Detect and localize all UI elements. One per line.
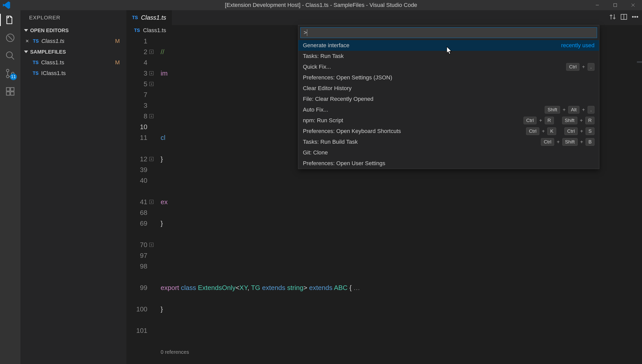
scm-badge: 11 (10, 74, 17, 80)
breadcrumb-file: Class1.ts (143, 27, 166, 34)
folder-label: SAMPLEFILES (30, 49, 66, 55)
open-editors-header[interactable]: OPEN EDITORS (20, 25, 126, 36)
ts-icon: TS (33, 71, 39, 76)
command-label: Tasks: Run Task (303, 53, 595, 59)
activity-debug[interactable] (4, 32, 16, 44)
fold-icon[interactable]: + (149, 114, 153, 118)
command-label: Tasks: Run Build Task (303, 139, 537, 145)
open-editor-name: Class1.ts (41, 38, 113, 44)
tab-label: Class1.ts (141, 14, 166, 21)
fold-icon[interactable]: + (149, 200, 153, 204)
keybinding: Shift+Alt+. (545, 106, 595, 114)
command-label: Clear Editor History (303, 85, 595, 92)
ts-icon: TS (33, 39, 39, 44)
svg-point-9 (6, 75, 9, 78)
minimap[interactable] (637, 61, 642, 63)
modified-badge: M (115, 38, 120, 44)
keybinding: Ctrl+KCtrl+S (526, 127, 595, 135)
command-item[interactable]: Git: Clone (298, 147, 599, 158)
ts-icon: TS (134, 28, 140, 33)
command-item[interactable]: Tasks: Run Task (298, 51, 599, 62)
file-item[interactable]: TS IClass1.ts (20, 68, 126, 79)
activity-scm[interactable]: 11 (4, 67, 16, 80)
keybinding: Ctrl+RShift+R (524, 117, 595, 124)
fold-icon[interactable]: + (149, 82, 153, 86)
command-item[interactable]: Preferences: Open Settings (JSON) (298, 72, 599, 83)
editor-tab[interactable]: TS Class1.ts (126, 10, 172, 25)
svg-rect-13 (6, 92, 10, 95)
window-maximize-button[interactable] (606, 0, 624, 10)
ts-icon: TS (33, 60, 39, 65)
svg-rect-11 (6, 88, 10, 91)
folder-header[interactable]: SAMPLEFILES (20, 46, 126, 57)
command-item[interactable]: Preferences: Open Keyboard ShortcutsCtrl… (298, 126, 599, 137)
open-editors-label: OPEN EDITORS (30, 28, 69, 33)
activity-bar: 11 (0, 10, 20, 364)
activity-extensions[interactable] (4, 85, 16, 98)
file-name: Class1.ts (41, 59, 113, 66)
chevron-down-icon (24, 29, 28, 32)
command-label: Preferences: Open Keyboard Shortcuts (303, 128, 522, 135)
close-icon[interactable]: × (26, 38, 29, 44)
svg-point-8 (6, 69, 9, 72)
activity-explorer[interactable] (4, 14, 16, 26)
window-minimize-button[interactable] (588, 0, 606, 10)
command-label: File: Clear Recently Opened (303, 96, 595, 102)
command-label: npm: Run Script (303, 117, 520, 124)
fold-icon[interactable]: + (149, 243, 153, 247)
command-label: Generate interface (303, 42, 557, 49)
keybinding: Ctrl+Shift+B (541, 138, 595, 146)
compare-icon[interactable] (609, 13, 616, 22)
modified-badge: M (115, 59, 120, 66)
command-palette-input[interactable]: > (300, 27, 597, 38)
command-item[interactable]: Quick Fix...Ctrl+. (298, 62, 599, 72)
app-icon (2, 1, 11, 10)
command-palette: > Generate interfacerecently usedTasks: … (298, 25, 599, 169)
fold-icon[interactable]: + (149, 157, 153, 161)
gutter: 12+43+5+738+101112+394041+686970+9798991… (126, 36, 151, 364)
command-item[interactable]: File: Clear Recently Opened (298, 94, 599, 104)
command-palette-list: Generate interfacerecently usedTasks: Ru… (298, 40, 599, 169)
fold-icon[interactable]: + (149, 71, 153, 75)
sidebar-title: EXPLORER (20, 10, 126, 25)
editor-group: > Generate interfacerecently usedTasks: … (126, 10, 642, 364)
svg-rect-12 (11, 88, 14, 91)
command-label: Auto Fix... (303, 106, 541, 113)
activity-search[interactable] (4, 50, 16, 62)
command-item[interactable]: npm: Run ScriptCtrl+RShift+R (298, 115, 599, 126)
open-editor-item[interactable]: × TS Class1.ts M (20, 36, 126, 46)
tab-bar: TS Class1.ts (126, 10, 642, 25)
window-title: [Extension Development Host] - Class1.ts… (225, 2, 417, 8)
command-label: Preferences: Open Settings (JSON) (303, 74, 595, 81)
svg-point-19 (635, 16, 636, 18)
command-prefix: > (304, 29, 307, 36)
split-editor-icon[interactable] (620, 13, 628, 22)
keybinding: Ctrl+. (566, 63, 595, 71)
svg-point-6 (6, 52, 12, 58)
window-close-button[interactable] (624, 0, 642, 10)
svg-line-5 (8, 36, 13, 40)
chevron-down-icon (24, 51, 28, 53)
command-item[interactable]: Preferences: Open User Settings (298, 158, 599, 169)
ts-icon: TS (132, 15, 138, 20)
svg-rect-14 (11, 92, 14, 95)
command-label: Git: Clone (303, 149, 595, 156)
command-item[interactable]: Clear Editor History (298, 83, 599, 94)
codelens[interactable]: 0 references (161, 347, 642, 357)
command-item[interactable]: Auto Fix...Shift+Alt+. (298, 104, 599, 115)
sidebar: EXPLORER OPEN EDITORS × TS Class1.ts M S… (20, 10, 126, 364)
command-label: Quick Fix... (303, 64, 563, 70)
command-item[interactable]: Tasks: Run Build TaskCtrl+Shift+B (298, 137, 599, 147)
svg-line-7 (11, 57, 14, 59)
more-icon[interactable] (631, 13, 639, 22)
command-label: Preferences: Open User Settings (303, 160, 595, 167)
command-item[interactable]: Generate interfacerecently used (298, 40, 599, 51)
file-item[interactable]: TS Class1.ts M (20, 57, 126, 68)
svg-rect-1 (614, 4, 617, 7)
fold-icon[interactable]: + (149, 50, 153, 54)
command-desc: recently used (561, 42, 595, 49)
title-bar: [Extension Development Host] - Class1.ts… (0, 0, 642, 10)
file-name: IClass1.ts (41, 70, 126, 77)
svg-point-18 (632, 16, 634, 18)
svg-point-20 (637, 16, 638, 18)
